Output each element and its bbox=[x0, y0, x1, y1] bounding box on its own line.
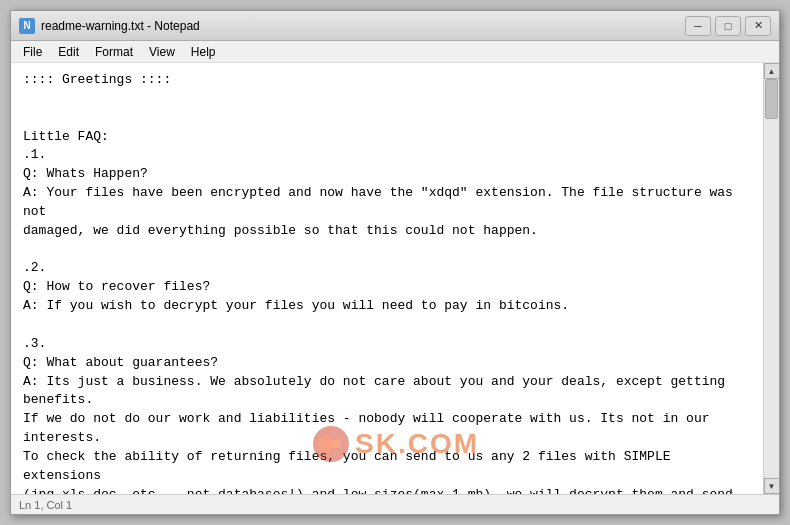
window-title: readme-warning.txt - Notepad bbox=[41, 19, 685, 33]
text-content[interactable]: :::: Greetings :::: Little FAQ: .1. Q: W… bbox=[11, 63, 763, 494]
minimize-button[interactable]: ─ bbox=[685, 16, 711, 36]
scroll-down-button[interactable]: ▼ bbox=[764, 478, 780, 494]
menu-edit[interactable]: Edit bbox=[50, 43, 87, 61]
menu-file[interactable]: File bbox=[15, 43, 50, 61]
scroll-up-button[interactable]: ▲ bbox=[764, 63, 780, 79]
close-button[interactable]: ✕ bbox=[745, 16, 771, 36]
title-bar: N readme-warning.txt - Notepad ─ □ ✕ bbox=[11, 11, 779, 41]
scroll-track[interactable] bbox=[764, 79, 779, 478]
menu-format[interactable]: Format bbox=[87, 43, 141, 61]
menu-view[interactable]: View bbox=[141, 43, 183, 61]
menu-bar: File Edit Format View Help bbox=[11, 41, 779, 63]
scroll-thumb[interactable] bbox=[765, 79, 778, 119]
vertical-scrollbar[interactable]: ▲ ▼ bbox=[763, 63, 779, 494]
window-controls: ─ □ ✕ bbox=[685, 16, 771, 36]
app-icon: N bbox=[19, 18, 35, 34]
notepad-window: N readme-warning.txt - Notepad ─ □ ✕ Fil… bbox=[10, 10, 780, 515]
maximize-button[interactable]: □ bbox=[715, 16, 741, 36]
status-bar: Ln 1, Col 1 bbox=[11, 494, 779, 514]
status-text: Ln 1, Col 1 bbox=[19, 499, 72, 511]
content-wrapper: :::: Greetings :::: Little FAQ: .1. Q: W… bbox=[11, 63, 779, 494]
menu-help[interactable]: Help bbox=[183, 43, 224, 61]
